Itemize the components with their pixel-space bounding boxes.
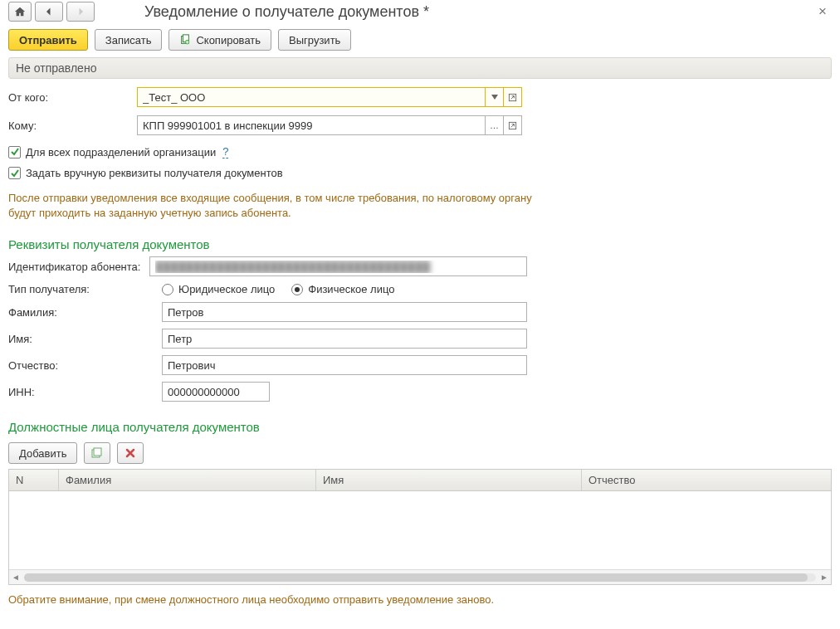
- abonent-id-input[interactable]: [149, 256, 527, 276]
- abonent-id-label: Идентификатор абонента:: [8, 261, 149, 273]
- send-button[interactable]: Отправить: [8, 29, 88, 51]
- col-n[interactable]: N: [9, 470, 59, 490]
- export-button[interactable]: Выгрузить: [278, 29, 351, 51]
- col-middlename[interactable]: Отчество: [582, 470, 831, 490]
- scroll-right-icon[interactable]: ►: [818, 573, 831, 582]
- scroll-track[interactable]: [24, 573, 816, 582]
- radio-person-label: Физическое лицо: [308, 283, 394, 295]
- close-button[interactable]: ×: [813, 3, 832, 20]
- window-title: Уведомление о получателе документов *: [95, 3, 813, 21]
- checkmark-icon: [10, 168, 20, 178]
- home-icon: [14, 6, 26, 17]
- lastname-input[interactable]: [162, 302, 527, 322]
- copy-button[interactable]: Скопировать: [168, 29, 271, 51]
- officials-table: N Фамилия Имя Отчество ◄ ►: [8, 469, 832, 585]
- inn-input[interactable]: [162, 382, 270, 402]
- col-lastname[interactable]: Фамилия: [59, 470, 316, 490]
- open-icon: [508, 121, 517, 130]
- manual-req-checkbox[interactable]: [8, 167, 21, 179]
- copy-row-icon: [90, 446, 104, 460]
- to-label: Кому:: [8, 119, 137, 132]
- manual-req-label: Задать вручную реквизиты получателя доку…: [26, 167, 283, 179]
- copy-label: Скопировать: [196, 34, 261, 46]
- from-input[interactable]: [137, 87, 486, 107]
- copy-icon: [179, 34, 191, 46]
- delete-icon: [125, 447, 136, 459]
- to-open-button[interactable]: [504, 115, 522, 135]
- status-bar: Не отправлено: [8, 57, 832, 79]
- help-link[interactable]: ?: [222, 145, 228, 158]
- table-header: N Фамилия Имя Отчество: [9, 470, 831, 491]
- checkmark-icon: [10, 147, 20, 157]
- middlename-input[interactable]: [162, 355, 527, 375]
- all-divisions-checkbox[interactable]: [8, 146, 21, 158]
- from-open-button[interactable]: [504, 87, 522, 107]
- footnote: Обратите внимание, при смене должностног…: [0, 585, 840, 611]
- middlename-label: Отчество:: [8, 359, 162, 372]
- radio-person[interactable]: [291, 284, 303, 295]
- back-button[interactable]: [35, 2, 63, 22]
- recipient-section-title: Реквизиты получателя документов: [0, 226, 840, 256]
- to-input[interactable]: [137, 115, 486, 135]
- home-button[interactable]: [8, 2, 32, 22]
- inn-label: ИНН:: [8, 386, 162, 398]
- scroll-left-icon[interactable]: ◄: [9, 573, 22, 582]
- lastname-label: Фамилия:: [8, 306, 162, 319]
- to-select-button[interactable]: …: [486, 115, 504, 135]
- forward-button: [66, 2, 95, 22]
- firstname-input[interactable]: [162, 329, 527, 349]
- svg-rect-6: [94, 448, 101, 456]
- scroll-thumb[interactable]: [24, 573, 808, 582]
- all-divisions-label: Для всех подразделений организации: [26, 146, 216, 158]
- from-dropdown-button[interactable]: [486, 87, 504, 107]
- col-firstname[interactable]: Имя: [316, 470, 582, 490]
- arrow-right-icon: [75, 7, 86, 17]
- from-label: От кого:: [8, 91, 137, 104]
- arrow-left-icon: [43, 7, 55, 17]
- delete-row-button[interactable]: [117, 442, 144, 464]
- radio-legal-label: Юридическое лицо: [178, 283, 275, 295]
- add-button[interactable]: Добавить: [8, 442, 77, 464]
- officials-section-title: Должностные лица получателя документов: [0, 408, 840, 439]
- radio-legal[interactable]: [162, 284, 173, 295]
- duplicate-row-button[interactable]: [84, 442, 110, 464]
- write-button[interactable]: Записать: [95, 29, 163, 51]
- open-icon: [508, 93, 517, 102]
- table-body[interactable]: [9, 491, 831, 569]
- notice-text: После отправки уведомления все входящие …: [0, 183, 548, 226]
- chevron-down-icon: [491, 95, 498, 100]
- firstname-label: Имя:: [8, 333, 162, 345]
- horizontal-scrollbar[interactable]: ◄ ►: [9, 569, 831, 584]
- recipient-type-label: Тип получателя:: [8, 283, 162, 295]
